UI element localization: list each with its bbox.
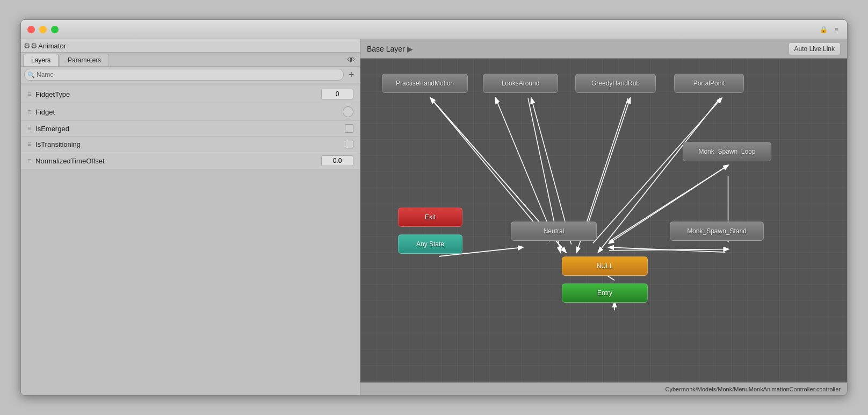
tabs-row: Layers Parameters 👁 (21, 53, 360, 67)
node-label: Entry (597, 289, 612, 297)
param-name-fidget: Fidget (35, 108, 343, 116)
graph-footer: Cybermonk/Models/Monk/MenuMonkAnimationC… (360, 382, 847, 395)
window-controls (27, 26, 59, 33)
breadcrumb-text: Base Layer (367, 45, 405, 53)
drag-handle: ≡ (27, 90, 30, 98)
panel-header: ⚙⚙ Animator (21, 39, 360, 53)
node-practisehandmotion[interactable]: PractiseHandMotion (382, 74, 468, 93)
search-row: 🔍 + (21, 67, 360, 83)
node-portalpoint[interactable]: PortalPoint (674, 74, 744, 93)
param-value-normalizedtimeoffset[interactable] (321, 155, 353, 166)
main-content: ⚙⚙ Animator Layers Parameters 👁 🔍 + (21, 39, 847, 395)
drag-handle: ≡ (27, 125, 30, 132)
node-null[interactable]: NULL (562, 256, 648, 276)
param-value-fidgettype[interactable] (321, 89, 353, 99)
right-panel: Base Layer ▶ Auto Live Link (360, 39, 847, 395)
node-label: Monk_Spawn_Loop (698, 148, 755, 155)
node-label: Exit (425, 213, 436, 221)
param-row-fidgettype: ≡ FidgetType (21, 85, 360, 103)
eye-icon: 👁 (347, 55, 356, 65)
node-entry[interactable]: Entry (562, 283, 648, 303)
search-icon: 🔍 (27, 71, 35, 78)
auto-live-link-button[interactable]: Auto Live Link (789, 42, 841, 55)
tab-layers[interactable]: Layers (23, 54, 59, 66)
search-input[interactable] (24, 69, 344, 81)
svg-line-11 (609, 249, 728, 251)
node-label: Monk_Spawn_Stand (687, 227, 747, 235)
node-monk-spawn-stand[interactable]: Monk_Spawn_Stand (670, 221, 764, 241)
param-row-normalizedtimeoffset: ≡ NormalizedTimeOffset (21, 152, 360, 170)
node-monk-spawn-loop[interactable]: Monk_Spawn_Loop (683, 142, 771, 161)
svg-line-6 (582, 98, 631, 241)
param-row-fidget: ≡ Fidget (21, 103, 360, 121)
param-checkbox-istransitioning[interactable] (345, 140, 353, 148)
node-greedyhandrub[interactable]: GreedyHandRub (575, 74, 656, 93)
drag-handle: ≡ (27, 140, 30, 148)
animator-icon: ⚙⚙ (25, 41, 36, 50)
param-row-isemerged: ≡ IsEmerged (21, 121, 360, 137)
lock-icon: 🔒 (819, 25, 828, 34)
node-exit[interactable]: Exit (398, 208, 462, 227)
titlebar-icons: 🔒 ≡ (819, 25, 841, 34)
node-label: NULL (597, 262, 613, 270)
maximize-button[interactable] (51, 26, 59, 33)
node-looksaround[interactable]: LooksAround (483, 74, 558, 93)
param-row-istransitioning: ≡ IsTransitioning (21, 137, 360, 152)
graph-canvas[interactable]: PractiseHandMotion LooksAround GreedyHan… (360, 59, 847, 382)
drag-handle: ≡ (27, 157, 30, 164)
node-label: PortalPoint (693, 80, 725, 87)
tab-parameters[interactable]: Parameters (60, 54, 109, 66)
node-anystate[interactable]: Any State (398, 234, 462, 254)
minimize-button[interactable] (39, 26, 47, 33)
main-window: 🔒 ≡ ⚙⚙ Animator Layers Parameters 👁 (20, 19, 848, 396)
node-label: LooksAround (502, 80, 540, 87)
search-input-wrap: 🔍 (24, 69, 344, 81)
add-param-button[interactable]: + (346, 69, 357, 80)
svg-line-10 (609, 247, 725, 252)
node-label: Any State (416, 240, 444, 248)
graph-header: Base Layer ▶ Auto Live Link (360, 39, 847, 59)
node-label: GreedyHandRub (591, 80, 640, 87)
param-name-normalizedtimeoffset: NormalizedTimeOffset (35, 157, 321, 165)
titlebar: 🔒 ≡ (21, 20, 847, 39)
node-label: Neutral (544, 227, 565, 235)
close-button[interactable] (27, 26, 35, 33)
panel-title: Animator (38, 42, 66, 50)
left-panel: ⚙⚙ Animator Layers Parameters 👁 🔍 + (21, 39, 360, 395)
param-name-istransitioning: IsTransitioning (35, 140, 345, 148)
svg-line-17 (496, 98, 555, 241)
breadcrumb: Base Layer ▶ (367, 45, 413, 53)
param-name-fidgettype: FidgetType (35, 90, 321, 98)
drag-handle: ≡ (27, 108, 30, 116)
param-name-isemerged: IsEmerged (35, 125, 345, 133)
tab-eye: 👁 (347, 54, 358, 66)
node-neutral[interactable]: Neutral (511, 221, 597, 241)
param-toggle-fidget[interactable] (343, 106, 353, 117)
breadcrumb-arrow: ▶ (407, 45, 413, 53)
params-list: ≡ FidgetType ≡ Fidget ≡ IsEmerged (21, 83, 360, 395)
node-label: PractiseHandMotion (396, 80, 454, 87)
footer-path: Cybermonk/Models/Monk/MenuMonkAnimationC… (666, 386, 841, 392)
list-icon: ≡ (832, 25, 841, 34)
param-checkbox-isemerged[interactable] (345, 124, 353, 133)
